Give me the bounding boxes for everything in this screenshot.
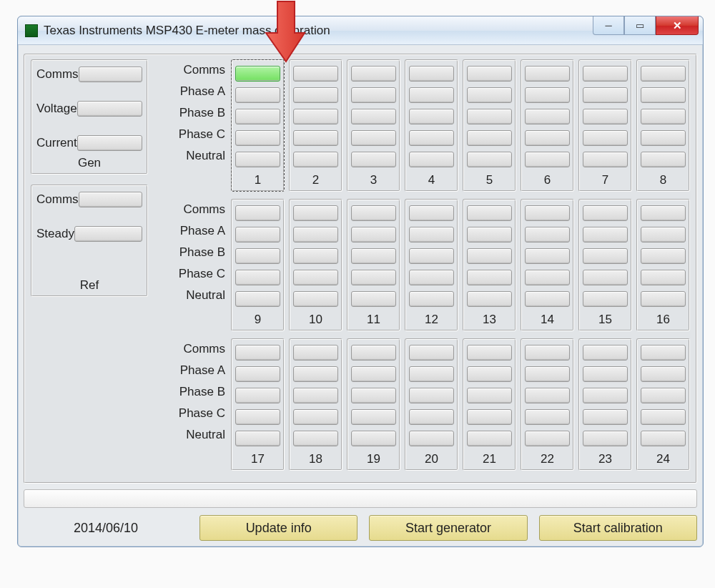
meter-3-neutral-led[interactable] xyxy=(351,152,396,167)
meter-8[interactable]: 8 xyxy=(636,59,690,192)
meter-12-comms-led[interactable] xyxy=(409,205,454,221)
meter-5[interactable]: 5 xyxy=(463,59,516,192)
meter-18[interactable]: 18 xyxy=(289,338,342,471)
meter-14-phase_b-led[interactable] xyxy=(525,248,570,264)
meter-5-neutral-led[interactable] xyxy=(467,152,512,167)
meter-11-phase_a-led[interactable] xyxy=(351,227,396,242)
meter-19-neutral-led[interactable] xyxy=(351,431,396,446)
meter-22-phase_b-led[interactable] xyxy=(525,388,570,403)
meter-24-neutral-led[interactable] xyxy=(641,431,686,446)
meter-13-phase_a-led[interactable] xyxy=(467,227,512,242)
meter-24-phase_c-led[interactable] xyxy=(641,409,686,425)
meter-18-phase_b-led[interactable] xyxy=(293,388,338,403)
meter-15-phase_c-led[interactable] xyxy=(583,270,628,285)
meter-17-phase_b-led[interactable] xyxy=(235,388,280,403)
meter-20[interactable]: 20 xyxy=(405,338,458,471)
meter-1-phase_c-led[interactable] xyxy=(235,130,280,146)
gen-comms-led[interactable] xyxy=(79,67,142,82)
meter-11-phase_b-led[interactable] xyxy=(351,248,396,264)
meter-1-phase_a-led[interactable] xyxy=(235,87,280,103)
meter-4-comms-led[interactable] xyxy=(409,66,454,82)
meter-13-comms-led[interactable] xyxy=(467,205,512,221)
meter-2-phase_b-led[interactable] xyxy=(293,109,338,124)
meter-16-neutral-led[interactable] xyxy=(641,291,686,307)
meter-21-comms-led[interactable] xyxy=(467,345,512,361)
meter-6-neutral-led[interactable] xyxy=(525,152,570,167)
meter-22-comms-led[interactable] xyxy=(525,345,570,361)
meter-13-neutral-led[interactable] xyxy=(467,291,512,307)
meter-17-neutral-led[interactable] xyxy=(235,431,280,446)
meter-17-phase_c-led[interactable] xyxy=(235,409,280,425)
meter-2-phase_a-led[interactable] xyxy=(293,87,338,103)
meter-14-neutral-led[interactable] xyxy=(525,291,570,307)
meter-24-phase_b-led[interactable] xyxy=(641,388,686,403)
meter-3-phase_c-led[interactable] xyxy=(351,130,396,146)
meter-12-phase_a-led[interactable] xyxy=(409,227,454,242)
gen-voltage-led[interactable] xyxy=(77,101,142,117)
meter-19-phase_c-led[interactable] xyxy=(351,409,396,425)
meter-9[interactable]: 9 xyxy=(231,199,285,331)
meter-8-neutral-led[interactable] xyxy=(641,152,686,167)
ref-steady-led[interactable] xyxy=(74,226,142,242)
meter-1-comms-led[interactable] xyxy=(235,66,280,82)
meter-9-neutral-led[interactable] xyxy=(235,291,280,307)
meter-4-phase_a-led[interactable] xyxy=(409,87,454,103)
meter-6-phase_b-led[interactable] xyxy=(525,109,570,124)
meter-5-phase_a-led[interactable] xyxy=(467,87,512,103)
meter-16-comms-led[interactable] xyxy=(641,205,686,221)
meter-16-phase_a-led[interactable] xyxy=(641,227,686,242)
meter-23-phase_b-led[interactable] xyxy=(583,388,628,403)
meter-22-neutral-led[interactable] xyxy=(525,431,570,446)
meter-11-comms-led[interactable] xyxy=(351,205,396,221)
meter-19-phase_b-led[interactable] xyxy=(351,388,396,403)
meter-11-phase_c-led[interactable] xyxy=(351,270,396,285)
meter-17-comms-led[interactable] xyxy=(235,345,280,361)
meter-9-comms-led[interactable] xyxy=(235,205,280,221)
meter-14-comms-led[interactable] xyxy=(525,205,570,221)
meter-11-neutral-led[interactable] xyxy=(351,291,396,307)
meter-22[interactable]: 22 xyxy=(521,338,574,471)
update-info-button[interactable]: Update info xyxy=(199,515,358,541)
meter-2[interactable]: 2 xyxy=(289,59,342,192)
meter-13-phase_b-led[interactable] xyxy=(467,248,512,264)
titlebar[interactable]: Texas Instruments MSP430 E-meter mass ca… xyxy=(18,16,703,45)
meter-4-phase_b-led[interactable] xyxy=(409,109,454,124)
meter-8-phase_b-led[interactable] xyxy=(641,109,686,124)
start-generator-button[interactable]: Start generator xyxy=(369,515,527,541)
meter-20-comms-led[interactable] xyxy=(409,345,454,361)
meter-12-neutral-led[interactable] xyxy=(409,291,454,307)
meter-1[interactable]: 1 xyxy=(231,59,285,192)
meter-3-phase_a-led[interactable] xyxy=(351,87,396,103)
meter-12-phase_b-led[interactable] xyxy=(409,248,454,264)
meter-8-phase_a-led[interactable] xyxy=(641,87,686,103)
meter-23-phase_a-led[interactable] xyxy=(583,366,628,382)
meter-6-phase_a-led[interactable] xyxy=(525,87,570,103)
meter-3-phase_b-led[interactable] xyxy=(351,109,396,124)
meter-15-comms-led[interactable] xyxy=(583,205,628,221)
meter-2-phase_c-led[interactable] xyxy=(293,130,338,146)
meter-4-neutral-led[interactable] xyxy=(409,152,454,167)
close-button[interactable]: ✕ xyxy=(656,16,699,35)
meter-17[interactable]: 17 xyxy=(231,338,285,471)
meter-12-phase_c-led[interactable] xyxy=(409,270,454,285)
meter-6-comms-led[interactable] xyxy=(525,66,570,82)
meter-15-phase_a-led[interactable] xyxy=(583,227,628,242)
minimize-button[interactable]: ─ xyxy=(593,16,624,35)
meter-23-neutral-led[interactable] xyxy=(583,431,628,446)
meter-6[interactable]: 6 xyxy=(521,59,574,192)
ref-comms-led[interactable] xyxy=(79,192,142,207)
meter-10[interactable]: 10 xyxy=(289,199,342,331)
meter-7-phase_b-led[interactable] xyxy=(583,109,628,124)
meter-7[interactable]: 7 xyxy=(578,59,632,192)
meter-16[interactable]: 16 xyxy=(636,199,690,331)
meter-19[interactable]: 19 xyxy=(347,338,400,471)
meter-9-phase_b-led[interactable] xyxy=(235,248,280,264)
meter-20-neutral-led[interactable] xyxy=(409,431,454,446)
meter-20-phase_a-led[interactable] xyxy=(409,366,454,382)
meter-23-phase_c-led[interactable] xyxy=(583,409,628,425)
meter-2-neutral-led[interactable] xyxy=(293,152,338,167)
meter-20-phase_b-led[interactable] xyxy=(409,388,454,403)
meter-10-comms-led[interactable] xyxy=(293,205,338,221)
meter-11[interactable]: 11 xyxy=(347,199,400,331)
meter-6-phase_c-led[interactable] xyxy=(525,130,570,146)
